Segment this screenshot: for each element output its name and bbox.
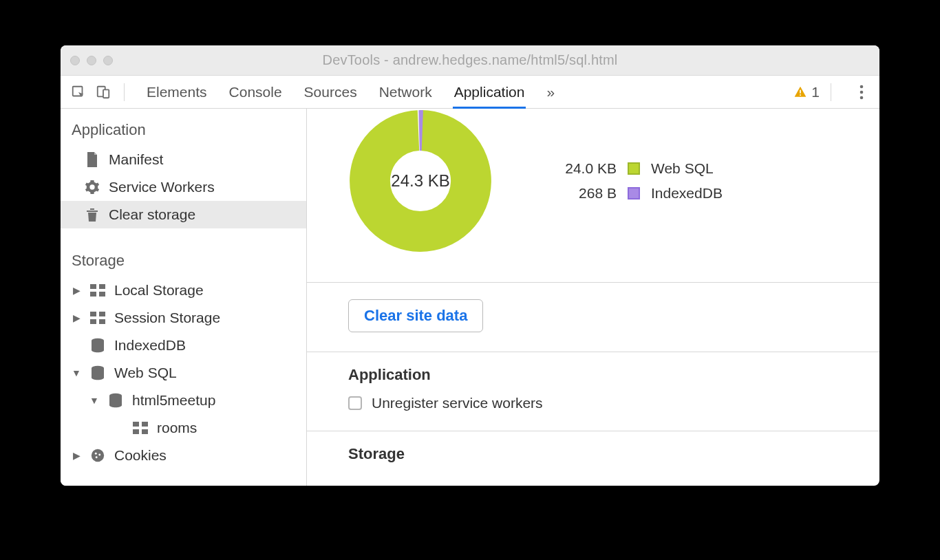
legend-swatch-indexeddb xyxy=(628,187,640,200)
sidebar-item-label: rooms xyxy=(157,420,197,436)
tab-sources[interactable]: Sources xyxy=(304,76,357,108)
legend-item-websql: 24.0 KB Web SQL xyxy=(541,156,723,181)
sidebar-item-clear-storage[interactable]: Clear storage xyxy=(61,201,306,228)
devtools-window: DevTools - andrew.hedges.name/html5/sql.… xyxy=(61,45,879,486)
tabs-overflow[interactable]: » xyxy=(546,76,555,108)
clear-action-section: Clear site data xyxy=(307,283,879,352)
svg-point-5 xyxy=(860,85,864,88)
svg-rect-20 xyxy=(142,422,148,427)
svg-rect-21 xyxy=(133,429,139,434)
legend-value: 268 B xyxy=(541,185,617,202)
svg-rect-14 xyxy=(90,319,96,324)
usage-donut-chart: 24.3 KB xyxy=(348,109,493,253)
sidebar-item-label: Manifest xyxy=(109,151,163,168)
window-title: DevTools - andrew.hedges.name/html5/sql.… xyxy=(61,52,879,68)
legend-swatch-websql xyxy=(628,162,640,175)
svg-point-23 xyxy=(92,449,104,462)
titlebar: DevTools - andrew.hedges.name/html5/sql.… xyxy=(61,45,879,76)
clear-site-data-button[interactable]: Clear site data xyxy=(348,299,483,332)
kebab-menu-icon[interactable] xyxy=(852,83,871,102)
svg-rect-15 xyxy=(99,319,105,324)
svg-rect-11 xyxy=(99,292,105,297)
tab-network[interactable]: Network xyxy=(379,76,432,108)
usage-chart-section: 24.3 KB 24.0 KB Web SQL 268 B IndexedDB xyxy=(307,109,879,283)
application-sidebar: Application Manifest Service Workers xyxy=(61,109,307,486)
storage-tree: ▶ Local Storage ▶ Session Storage Indexe… xyxy=(61,277,306,469)
sidebar-item-websql[interactable]: ▼ Web SQL xyxy=(61,359,306,387)
sidebar-section-application: Application xyxy=(61,109,306,146)
manifest-icon xyxy=(84,151,100,168)
table-icon xyxy=(89,310,106,326)
sidebar-item-manifest[interactable]: Manifest xyxy=(61,146,306,173)
svg-rect-8 xyxy=(90,284,96,289)
database-icon xyxy=(89,337,106,354)
sidebar-item-service-workers[interactable]: Service Workers xyxy=(61,173,306,201)
sidebar-item-label: Service Workers xyxy=(109,179,215,195)
minimize-dot[interactable] xyxy=(87,56,96,65)
warnings-badge[interactable]: 1 xyxy=(793,84,820,100)
clear-storage-panel: 24.3 KB 24.0 KB Web SQL 268 B IndexedDB xyxy=(307,109,879,486)
svg-rect-10 xyxy=(90,292,96,297)
sidebar-item-indexeddb[interactable]: IndexedDB xyxy=(61,332,306,359)
database-icon xyxy=(107,392,124,409)
caret-down-icon: ▼ xyxy=(72,367,81,378)
application-tree: Manifest Service Workers Clear storage xyxy=(61,146,306,228)
svg-rect-4 xyxy=(800,94,801,96)
device-toggle-icon[interactable] xyxy=(94,83,113,102)
legend-item-indexeddb: 268 B IndexedDB xyxy=(541,181,723,206)
devtools-toolbar: Elements Console Sources Network Applica… xyxy=(61,76,879,109)
storage-options-section: Storage xyxy=(307,431,879,471)
panel-body: Application Manifest Service Workers xyxy=(61,109,879,486)
toolbar-separator-2 xyxy=(831,83,831,101)
application-subheading: Application xyxy=(307,352,879,392)
warning-count: 1 xyxy=(811,84,820,100)
trash-icon xyxy=(84,206,100,223)
sidebar-item-session-storage[interactable]: ▶ Session Storage xyxy=(61,304,306,332)
svg-rect-12 xyxy=(90,312,96,316)
svg-point-24 xyxy=(95,453,97,455)
tab-application[interactable]: Application xyxy=(454,76,525,108)
caret-right-icon: ▶ xyxy=(72,450,81,461)
sidebar-item-label: IndexedDB xyxy=(114,337,186,354)
caret-right-icon: ▶ xyxy=(72,285,81,296)
sidebar-item-label: Session Storage xyxy=(114,310,220,326)
zoom-dot[interactable] xyxy=(103,56,113,65)
sidebar-item-local-storage[interactable]: ▶ Local Storage xyxy=(61,277,306,304)
legend-label: IndexedDB xyxy=(651,185,723,202)
panel-tabs: Elements Console Sources Network Applica… xyxy=(147,76,555,108)
sidebar-section-storage: Storage xyxy=(61,239,306,277)
gear-icon xyxy=(84,179,100,195)
svg-rect-22 xyxy=(142,429,148,434)
toolbar-separator xyxy=(124,83,125,101)
close-dot[interactable] xyxy=(70,56,80,65)
inspect-icon[interactable] xyxy=(69,83,88,102)
tab-elements[interactable]: Elements xyxy=(147,76,207,108)
sidebar-item-cookies[interactable]: ▶ Cookies xyxy=(61,442,306,469)
svg-rect-19 xyxy=(133,422,139,427)
svg-point-26 xyxy=(96,456,98,458)
svg-rect-3 xyxy=(800,89,801,93)
sidebar-item-websql-db[interactable]: ▼ html5meetup xyxy=(61,387,306,414)
table-icon xyxy=(89,282,106,299)
usage-legend: 24.0 KB Web SQL 268 B IndexedDB xyxy=(541,156,723,206)
traffic-lights xyxy=(70,56,113,65)
svg-point-6 xyxy=(860,90,864,94)
tab-console[interactable]: Console xyxy=(229,76,282,108)
svg-point-25 xyxy=(98,454,100,456)
application-options-section: Application Unregister service workers xyxy=(307,352,879,431)
sidebar-item-label: Web SQL xyxy=(114,365,177,381)
sidebar-item-label: Local Storage xyxy=(114,282,204,299)
sidebar-item-websql-table[interactable]: rooms xyxy=(61,414,306,442)
checkbox-icon[interactable] xyxy=(348,396,362,410)
caret-right-icon: ▶ xyxy=(72,312,81,323)
warning-icon xyxy=(793,85,807,99)
table-icon xyxy=(132,420,149,436)
caret-down-icon: ▼ xyxy=(89,395,99,406)
sidebar-item-label: Cookies xyxy=(114,447,167,464)
storage-subheading: Storage xyxy=(307,431,879,471)
usage-total: 24.3 KB xyxy=(348,109,493,253)
svg-point-7 xyxy=(860,96,864,99)
unregister-sw-option[interactable]: Unregister service workers xyxy=(307,392,879,431)
checkbox-label: Unregister service workers xyxy=(372,395,543,411)
sidebar-item-label: html5meetup xyxy=(132,392,215,409)
